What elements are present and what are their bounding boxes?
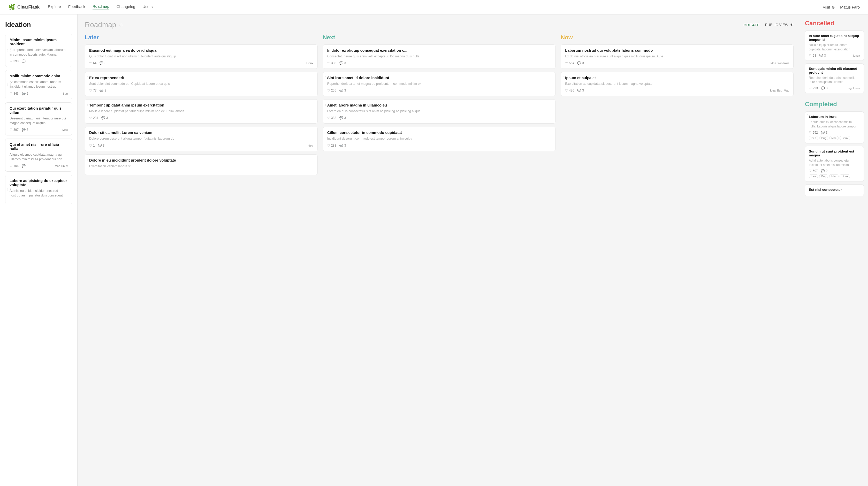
tag-linux: Linux <box>840 174 850 178</box>
list-item[interactable]: ⋮⋮ Laborum in irure Et aute duis ex occa… <box>805 112 864 144</box>
card-tag: Bug Linux <box>846 87 860 90</box>
user-menu[interactable]: Matus Faro <box>840 5 860 9</box>
card-tag: Idea Bug Mac <box>770 89 789 92</box>
card-meta: ♡ 388 💬 3 <box>327 116 551 120</box>
card-desc: Reprehenderit ex amet magna do proident.… <box>327 82 551 86</box>
likes: ♡ 1 <box>89 144 95 147</box>
card-title: Tempor cupidatat anim ipsum exercitation <box>89 103 313 107</box>
card-meta: ♡ 252 💬 3 <box>809 131 860 134</box>
card-meta: ♡ 64 💬 3 Linux <box>89 61 313 65</box>
table-row[interactable]: ⋮⋮ Amet labore magna in ullamco eu Lorem… <box>323 99 556 124</box>
card-desc: Deserunt pariatur anim tempor irure qui … <box>9 116 68 125</box>
page-title: Roadmap <box>85 21 116 29</box>
comments: 💬 3 <box>819 54 826 57</box>
likes: ♡ 64 <box>89 61 96 65</box>
nav-changelog[interactable]: Changelog <box>117 4 135 10</box>
likes: ♡ 106 <box>9 164 19 168</box>
likes: ♡ 398 <box>327 61 336 65</box>
main-content: Roadmap ⊙ CREATE PUBLIC VIEW 👁 Later ⋮⋮ … <box>78 14 801 486</box>
table-row[interactable]: ⋮⋮ Ipsum et culpa et Exercitation ad cup… <box>561 72 794 96</box>
heart-icon: ♡ <box>9 92 12 95</box>
comment-icon: 💬 <box>22 164 26 168</box>
comments: 💬 3 <box>339 89 346 92</box>
external-icon: ⊕ <box>832 5 835 9</box>
card-tag: Idea Windows <box>771 62 789 65</box>
settings-icon[interactable]: ⊙ <box>119 23 123 27</box>
table-row[interactable]: ⋮⋮ Dolore in eu incididunt proident dolo… <box>85 154 318 175</box>
table-row[interactable]: ⋮⋮ Eiusmod est magna ea dolor id aliqua … <box>85 44 318 69</box>
list-item[interactable]: ⋮⋮ Labore adipisicing do excepteur volup… <box>5 175 72 204</box>
heart-icon: ♡ <box>89 116 92 120</box>
list-item[interactable]: Sunt in ut sunt proident est magna Ad id… <box>805 146 864 182</box>
card-desc: Exercitation veniam labore sit <box>89 164 313 169</box>
heart-icon: ♡ <box>565 61 568 65</box>
table-row[interactable]: ⋮⋮ Sint irure amet id dolore incididunt … <box>323 72 556 96</box>
list-item[interactable]: ⋮⋮ Qui exercitation pariatur quis cillum… <box>5 102 72 135</box>
likes: ♡ 77 <box>89 89 96 92</box>
cancelled-section: Cancelled In aute amet fugiat sint aliqu… <box>805 20 864 93</box>
card-desc: Sunt dolor sint commodo eu. Cupidatat la… <box>89 82 313 86</box>
comment-icon: 💬 <box>821 169 825 173</box>
table-row[interactable]: ⋮⋮ Ex eu reprehenderit Sunt dolor sint c… <box>85 72 318 96</box>
list-item[interactable]: Sunt quis minim elit eiusmod proident Re… <box>805 63 864 94</box>
comments: 💬 3 <box>22 59 28 63</box>
card-desc: Aliquip eiusmod cupidatat magna qui ulla… <box>9 152 68 161</box>
drag-handle-icon: ⋮⋮ <box>562 48 567 51</box>
card-title: Dolore in eu incididunt proident dolore … <box>89 158 313 162</box>
heart-icon: ♡ <box>327 116 330 120</box>
card-title: Mollit minim commodo anim <box>9 74 68 78</box>
drag-handle-icon: ⋮⋮ <box>6 118 12 120</box>
comments: 💬 3 <box>339 116 346 120</box>
visit-button[interactable]: Visit ⊕ <box>823 5 835 9</box>
heart-icon: ♡ <box>327 61 330 65</box>
comments: 💬 3 <box>577 61 584 65</box>
table-row[interactable]: ⋮⋮ Cillum consectetur in commodo cupidat… <box>323 127 556 151</box>
card-meta: ♡ 398 💬 3 <box>9 59 68 63</box>
list-item[interactable]: ⋮⋮ Qui et amet nisi irure officia nulla … <box>5 139 72 172</box>
list-item[interactable]: ⋮⋮ Minim ipsum minim ipsum proident Eu r… <box>5 34 72 67</box>
card-title: Est nisi consectetur <box>809 188 860 191</box>
list-item[interactable]: Est nisi consectetur <box>805 184 864 196</box>
drag-handle-icon: ⋮⋮ <box>86 130 91 133</box>
likes: ♡ 398 <box>9 59 19 63</box>
likes: ♡ 293 <box>809 86 818 90</box>
card-meta: ♡ 436 💬 3 Idea Bug Mac <box>565 89 789 92</box>
heart-icon: ♡ <box>9 128 12 131</box>
card-meta: ♡ 288 💬 3 <box>327 144 551 147</box>
table-row[interactable]: ⋮⋮ In dolor ex aliquip consequat exercit… <box>323 44 556 69</box>
comments: 💬 3 <box>22 128 28 131</box>
comment-icon: 💬 <box>22 128 26 131</box>
brand-logo[interactable]: 🌿 ClearFlask <box>8 4 39 10</box>
list-item[interactable]: In aute amet fugiat sint aliquip tempor … <box>805 31 864 61</box>
comments: 💬 3 <box>821 131 828 134</box>
card-tag: Mac <box>62 128 68 131</box>
list-item[interactable]: ⋮⋮ Mollit minim commodo anim Sit commodo… <box>5 70 72 99</box>
tag-linux: Linux <box>840 136 850 140</box>
create-button[interactable]: CREATE <box>743 23 760 27</box>
drag-handle-icon: ⋮⋮ <box>6 154 12 156</box>
comment-icon: 💬 <box>101 116 105 120</box>
tag-mac: Mac <box>829 174 839 178</box>
nav-explore[interactable]: Explore <box>48 4 61 10</box>
card-desc: Incididunt deserunt commodo est tempor L… <box>327 136 551 141</box>
nav-users[interactable]: Users <box>143 4 153 10</box>
card-desc: Reprehenderit duis ullamco mollit irure … <box>809 76 860 85</box>
heart-icon: ♡ <box>89 89 92 92</box>
card-title: Laborum in irure <box>809 115 860 119</box>
nav-roadmap[interactable]: Roadmap <box>93 4 109 10</box>
drag-handle-icon: ⋮⋮ <box>86 158 91 161</box>
table-row[interactable]: ⋮⋮ Tempor cupidatat anim ipsum exercitat… <box>85 99 318 124</box>
card-tag: Idea <box>308 144 313 147</box>
comment-icon: 💬 <box>339 116 343 120</box>
table-row[interactable]: ⋮⋮ Dolor sit ea mollit Lorem ea veniam D… <box>85 127 318 151</box>
nav-feedback[interactable]: Feedback <box>68 4 85 10</box>
likes: ♡ 388 <box>327 116 336 120</box>
likes: ♡ 343 <box>9 92 19 95</box>
card-meta: ♡ 93 💬 3 Linux <box>809 54 860 57</box>
public-view-button[interactable]: PUBLIC VIEW 👁 <box>765 23 794 27</box>
table-row[interactable]: ⋮⋮ Laborum nostrud qui voluptate laboris… <box>561 44 794 69</box>
comment-icon: 💬 <box>577 61 581 65</box>
card-meta: ♡ 255 💬 3 <box>327 89 551 92</box>
comments: 💬 3 <box>101 116 108 120</box>
comments: 💬 3 <box>98 144 105 147</box>
